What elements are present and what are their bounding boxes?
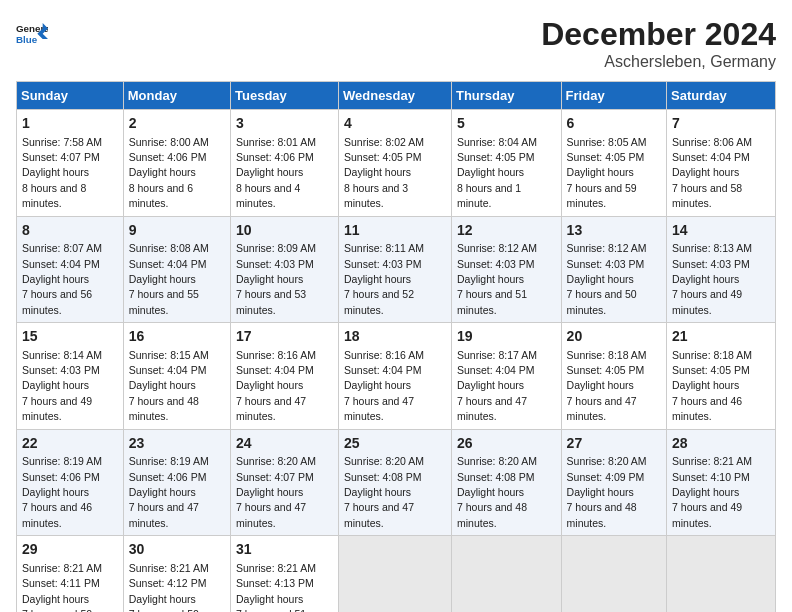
- day-number: 1: [22, 114, 118, 134]
- cell-info: Sunrise: 8:19 AMSunset: 4:06 PMDaylight …: [129, 455, 209, 529]
- cell-info: Sunrise: 8:06 AMSunset: 4:04 PMDaylight …: [672, 136, 752, 210]
- day-number: 6: [567, 114, 661, 134]
- calendar-cell: 23Sunrise: 8:19 AMSunset: 4:06 PMDayligh…: [123, 429, 230, 536]
- day-number: 21: [672, 327, 770, 347]
- calendar-week-3: 15Sunrise: 8:14 AMSunset: 4:03 PMDayligh…: [17, 323, 776, 430]
- calendar-cell: 5Sunrise: 8:04 AMSunset: 4:05 PMDaylight…: [451, 110, 561, 217]
- day-number: 22: [22, 434, 118, 454]
- cell-info: Sunrise: 8:12 AMSunset: 4:03 PMDaylight …: [457, 242, 537, 316]
- calendar-cell: 9Sunrise: 8:08 AMSunset: 4:04 PMDaylight…: [123, 216, 230, 323]
- col-header-friday: Friday: [561, 82, 666, 110]
- calendar-cell: 26Sunrise: 8:20 AMSunset: 4:08 PMDayligh…: [451, 429, 561, 536]
- cell-info: Sunrise: 8:02 AMSunset: 4:05 PMDaylight …: [344, 136, 424, 210]
- day-number: 17: [236, 327, 333, 347]
- day-number: 9: [129, 221, 225, 241]
- header-row: SundayMondayTuesdayWednesdayThursdayFrid…: [17, 82, 776, 110]
- calendar-cell: 17Sunrise: 8:16 AMSunset: 4:04 PMDayligh…: [231, 323, 339, 430]
- cell-info: Sunrise: 8:05 AMSunset: 4:05 PMDaylight …: [567, 136, 647, 210]
- calendar-week-5: 29Sunrise: 8:21 AMSunset: 4:11 PMDayligh…: [17, 536, 776, 612]
- cell-info: Sunrise: 8:17 AMSunset: 4:04 PMDaylight …: [457, 349, 537, 423]
- calendar-cell: 8Sunrise: 8:07 AMSunset: 4:04 PMDaylight…: [17, 216, 124, 323]
- cell-info: Sunrise: 8:07 AMSunset: 4:04 PMDaylight …: [22, 242, 102, 316]
- col-header-sunday: Sunday: [17, 82, 124, 110]
- cell-info: Sunrise: 8:09 AMSunset: 4:03 PMDaylight …: [236, 242, 316, 316]
- main-title: December 2024: [541, 16, 776, 53]
- day-number: 24: [236, 434, 333, 454]
- calendar-cell: 19Sunrise: 8:17 AMSunset: 4:04 PMDayligh…: [451, 323, 561, 430]
- day-number: 28: [672, 434, 770, 454]
- calendar-cell: 20Sunrise: 8:18 AMSunset: 4:05 PMDayligh…: [561, 323, 666, 430]
- calendar-cell: 29Sunrise: 8:21 AMSunset: 4:11 PMDayligh…: [17, 536, 124, 612]
- day-number: 29: [22, 540, 118, 560]
- col-header-saturday: Saturday: [667, 82, 776, 110]
- calendar-cell: 21Sunrise: 8:18 AMSunset: 4:05 PMDayligh…: [667, 323, 776, 430]
- calendar-cell: [561, 536, 666, 612]
- calendar-cell: 30Sunrise: 8:21 AMSunset: 4:12 PMDayligh…: [123, 536, 230, 612]
- calendar-cell: 12Sunrise: 8:12 AMSunset: 4:03 PMDayligh…: [451, 216, 561, 323]
- calendar-cell: 28Sunrise: 8:21 AMSunset: 4:10 PMDayligh…: [667, 429, 776, 536]
- calendar-cell: 22Sunrise: 8:19 AMSunset: 4:06 PMDayligh…: [17, 429, 124, 536]
- calendar-table: SundayMondayTuesdayWednesdayThursdayFrid…: [16, 81, 776, 612]
- cell-info: Sunrise: 8:12 AMSunset: 4:03 PMDaylight …: [567, 242, 647, 316]
- col-header-wednesday: Wednesday: [338, 82, 451, 110]
- cell-info: Sunrise: 8:20 AMSunset: 4:09 PMDaylight …: [567, 455, 647, 529]
- svg-text:Blue: Blue: [16, 34, 38, 45]
- cell-info: Sunrise: 8:16 AMSunset: 4:04 PMDaylight …: [344, 349, 424, 423]
- logo: General Blue: [16, 16, 48, 48]
- cell-info: Sunrise: 8:19 AMSunset: 4:06 PMDaylight …: [22, 455, 102, 529]
- day-number: 15: [22, 327, 118, 347]
- day-number: 4: [344, 114, 446, 134]
- col-header-tuesday: Tuesday: [231, 82, 339, 110]
- calendar-cell: 7Sunrise: 8:06 AMSunset: 4:04 PMDaylight…: [667, 110, 776, 217]
- cell-info: Sunrise: 7:58 AMSunset: 4:07 PMDaylight …: [22, 136, 102, 210]
- calendar-cell: 1Sunrise: 7:58 AMSunset: 4:07 PMDaylight…: [17, 110, 124, 217]
- day-number: 26: [457, 434, 556, 454]
- calendar-cell: 31Sunrise: 8:21 AMSunset: 4:13 PMDayligh…: [231, 536, 339, 612]
- day-number: 25: [344, 434, 446, 454]
- logo-icon: General Blue: [16, 16, 48, 48]
- cell-info: Sunrise: 8:21 AMSunset: 4:13 PMDaylight …: [236, 562, 316, 612]
- calendar-cell: 25Sunrise: 8:20 AMSunset: 4:08 PMDayligh…: [338, 429, 451, 536]
- day-number: 8: [22, 221, 118, 241]
- cell-info: Sunrise: 8:20 AMSunset: 4:07 PMDaylight …: [236, 455, 316, 529]
- calendar-week-2: 8Sunrise: 8:07 AMSunset: 4:04 PMDaylight…: [17, 216, 776, 323]
- calendar-cell: 24Sunrise: 8:20 AMSunset: 4:07 PMDayligh…: [231, 429, 339, 536]
- cell-info: Sunrise: 8:04 AMSunset: 4:05 PMDaylight …: [457, 136, 537, 210]
- day-number: 19: [457, 327, 556, 347]
- day-number: 16: [129, 327, 225, 347]
- cell-info: Sunrise: 8:21 AMSunset: 4:11 PMDaylight …: [22, 562, 102, 612]
- cell-info: Sunrise: 8:20 AMSunset: 4:08 PMDaylight …: [457, 455, 537, 529]
- day-number: 14: [672, 221, 770, 241]
- calendar-cell: 3Sunrise: 8:01 AMSunset: 4:06 PMDaylight…: [231, 110, 339, 217]
- col-header-thursday: Thursday: [451, 82, 561, 110]
- cell-info: Sunrise: 8:01 AMSunset: 4:06 PMDaylight …: [236, 136, 316, 210]
- day-number: 5: [457, 114, 556, 134]
- calendar-cell: [667, 536, 776, 612]
- cell-info: Sunrise: 8:00 AMSunset: 4:06 PMDaylight …: [129, 136, 209, 210]
- calendar-cell: 14Sunrise: 8:13 AMSunset: 4:03 PMDayligh…: [667, 216, 776, 323]
- cell-info: Sunrise: 8:13 AMSunset: 4:03 PMDaylight …: [672, 242, 752, 316]
- cell-info: Sunrise: 8:21 AMSunset: 4:12 PMDaylight …: [129, 562, 209, 612]
- cell-info: Sunrise: 8:15 AMSunset: 4:04 PMDaylight …: [129, 349, 209, 423]
- cell-info: Sunrise: 8:20 AMSunset: 4:08 PMDaylight …: [344, 455, 424, 529]
- calendar-cell: [451, 536, 561, 612]
- calendar-cell: 13Sunrise: 8:12 AMSunset: 4:03 PMDayligh…: [561, 216, 666, 323]
- cell-info: Sunrise: 8:11 AMSunset: 4:03 PMDaylight …: [344, 242, 424, 316]
- calendar-cell: 2Sunrise: 8:00 AMSunset: 4:06 PMDaylight…: [123, 110, 230, 217]
- calendar-week-1: 1Sunrise: 7:58 AMSunset: 4:07 PMDaylight…: [17, 110, 776, 217]
- calendar-cell: 10Sunrise: 8:09 AMSunset: 4:03 PMDayligh…: [231, 216, 339, 323]
- calendar-week-4: 22Sunrise: 8:19 AMSunset: 4:06 PMDayligh…: [17, 429, 776, 536]
- cell-info: Sunrise: 8:16 AMSunset: 4:04 PMDaylight …: [236, 349, 316, 423]
- day-number: 2: [129, 114, 225, 134]
- subtitle: Aschersleben, Germany: [541, 53, 776, 71]
- title-block: December 2024 Aschersleben, Germany: [541, 16, 776, 71]
- day-number: 23: [129, 434, 225, 454]
- calendar-cell: 6Sunrise: 8:05 AMSunset: 4:05 PMDaylight…: [561, 110, 666, 217]
- day-number: 27: [567, 434, 661, 454]
- cell-info: Sunrise: 8:14 AMSunset: 4:03 PMDaylight …: [22, 349, 102, 423]
- day-number: 31: [236, 540, 333, 560]
- calendar-cell: 11Sunrise: 8:11 AMSunset: 4:03 PMDayligh…: [338, 216, 451, 323]
- day-number: 3: [236, 114, 333, 134]
- cell-info: Sunrise: 8:08 AMSunset: 4:04 PMDaylight …: [129, 242, 209, 316]
- day-number: 18: [344, 327, 446, 347]
